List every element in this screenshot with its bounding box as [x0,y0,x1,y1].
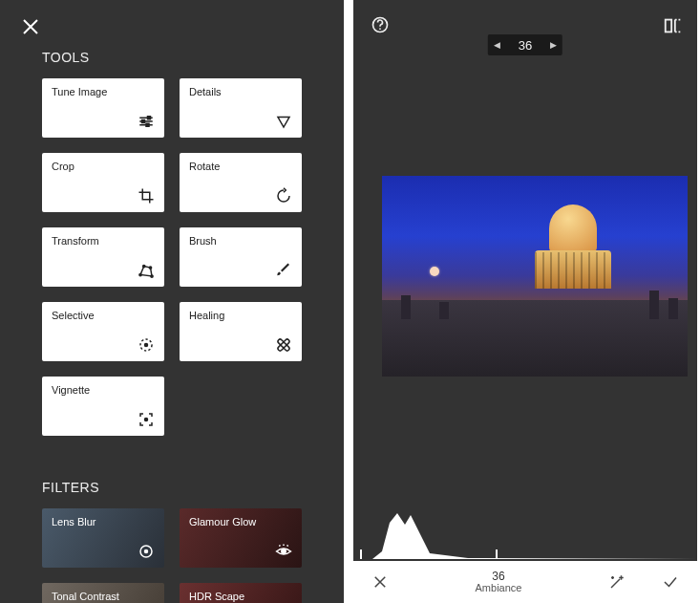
parameter-display[interactable]: 36 Ambiance [407,571,590,593]
tool-label: Crop [52,161,155,172]
transform-icon [138,262,155,279]
photo-dome [525,205,621,300]
cancel-button[interactable] [353,561,407,603]
tools-header: TOOLS [42,0,344,65]
chevron-right-icon[interactable]: ▶ [543,40,562,50]
chevron-left-icon[interactable]: ◀ [488,40,507,50]
svg-rect-0 [148,117,151,119]
svg-point-8 [145,344,148,347]
tools-panel: TOOLS Tune Image Details Crop [0,0,344,603]
filter-label: Lens Blur [52,516,155,528]
filters-section: FILTERS Lens Blur Glamour Glow Tonal C [0,480,344,603]
edit-panel: ◀ 36 ▶ 36 A [353,0,697,603]
svg-point-11 [145,419,148,421]
tool-crop[interactable]: Crop [42,153,164,212]
help-icon [371,15,390,34]
rotate-icon [275,187,292,205]
filter-glamour-glow[interactable]: Glamour Glow [180,508,302,568]
filter-hdr-scape[interactable]: HDR Scape [180,583,302,603]
crop-icon [138,187,155,205]
close-icon [371,573,389,591]
tool-label: Details [189,86,292,97]
filters-grid: Lens Blur Glamour Glow Tonal Contrast [42,508,344,603]
tool-label: Tune Image [52,86,155,97]
photo-rooftops [382,300,688,377]
target-dashed-icon [138,336,155,354]
filter-label: HDR Scape [189,591,292,602]
tool-healing[interactable]: Healing [180,302,302,361]
check-icon [660,573,681,591]
compare-button[interactable] [663,15,684,34]
auto-adjust-button[interactable] [590,561,644,603]
tool-label: Rotate [189,161,292,172]
parameter-name: Ambiance [407,582,590,593]
parameter-value: 36 [407,571,590,582]
filters-header: FILTERS [42,480,344,495]
svg-rect-2 [146,123,149,126]
wand-icon [608,573,626,591]
tool-rotate[interactable]: Rotate [180,153,302,212]
compare-icon [663,15,684,36]
tool-vignette[interactable]: Vignette [42,377,164,436]
tool-tune-image[interactable]: Tune Image [42,78,164,138]
photo-preview[interactable] [382,176,688,377]
bottom-bar: 36 Ambiance [353,561,697,603]
tool-selective[interactable]: Selective [42,302,164,361]
bandage-icon [275,336,292,354]
photo-moon [430,267,439,276]
svg-point-13 [144,549,149,554]
close-button[interactable] [19,15,42,38]
svg-rect-1 [142,120,145,123]
svg-point-6 [151,275,153,277]
stepper-value: 36 [507,38,543,53]
tool-label: Healing [189,310,292,321]
dot-circle-icon [138,543,155,560]
brush-icon [275,262,292,279]
tool-details[interactable]: Details [180,78,302,138]
svg-point-14 [282,549,286,554]
close-icon [19,15,42,38]
histogram [353,504,697,561]
filter-label: Tonal Contrast [52,591,155,602]
filter-lens-blur[interactable]: Lens Blur [42,508,164,568]
histogram-curve [353,504,697,561]
tool-transform[interactable]: Transform [42,227,164,287]
tool-brush[interactable]: Brush [180,227,302,287]
svg-point-3 [139,273,141,275]
value-stepper[interactable]: ◀ 36 ▶ [488,34,562,55]
svg-point-4 [143,265,145,267]
tool-label: Transform [52,235,155,247]
filter-label: Glamour Glow [189,516,292,528]
tool-label: Selective [52,310,155,321]
sliders-icon [138,113,155,130]
svg-rect-17 [666,20,671,32]
svg-point-16 [379,28,381,30]
eye-icon [275,543,292,560]
triangle-down-icon [275,113,292,130]
filter-tonal-contrast[interactable]: Tonal Contrast [42,583,164,603]
focus-square-icon [138,411,155,428]
tool-label: Vignette [52,384,155,396]
svg-point-5 [149,267,151,269]
apply-button[interactable] [644,561,697,603]
help-button[interactable] [371,15,390,34]
tools-grid: Tune Image Details Crop [42,78,344,436]
tool-label: Brush [189,235,292,247]
